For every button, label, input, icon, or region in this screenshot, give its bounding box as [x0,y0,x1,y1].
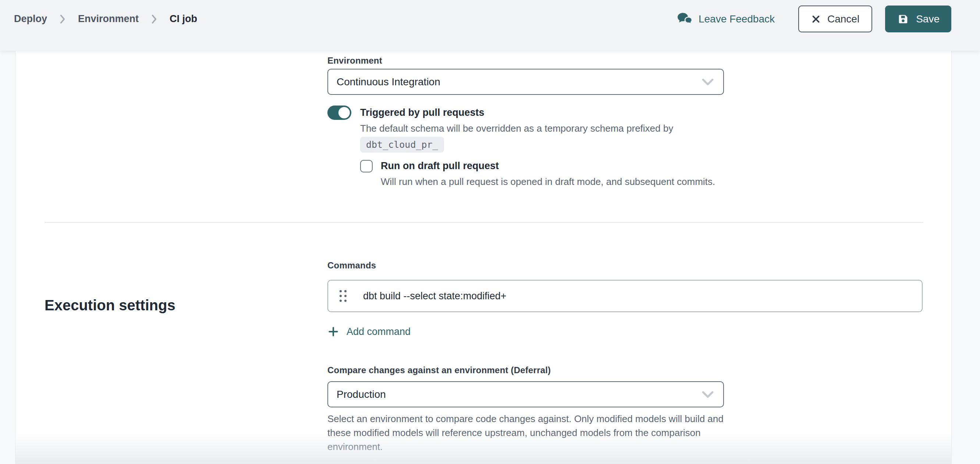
cancel-label: Cancel [827,13,859,25]
section-divider [45,222,923,223]
deferral-description: Select an environment to compare code ch… [328,412,727,454]
add-command-label: Add command [347,326,410,337]
command-row: dbt build --select state:modified+ [328,280,923,312]
draft-pr-row: Run on draft pull request Will run when … [360,160,923,189]
add-command-button[interactable]: Add command [328,326,410,337]
breadcrumb: Deploy Environment CI job [14,13,197,25]
chevron-right-icon [60,14,65,24]
breadcrumb-ci-job: CI job [170,13,197,25]
chevron-down-icon [702,391,714,398]
draft-pr-description: Will run when a pull request is opened i… [381,175,715,189]
execution-form: Commands dbt build --select state:modifi… [328,260,923,454]
floppy-disk-icon [897,13,909,25]
draft-pr-texts: Run on draft pull request Will run when … [381,160,715,189]
cancel-button[interactable]: Cancel [798,6,872,32]
deferral-select-value: Production [337,389,386,400]
top-bar: Deploy Environment CI job Leave Feedback… [0,0,980,51]
toggle-knob [339,107,350,118]
command-input[interactable]: dbt build --select state:modified+ [363,291,922,302]
environment-section: Environment Continuous Integration Trigg… [328,55,923,189]
deferral-select[interactable]: Production [328,381,724,407]
schema-prefix-code: dbt_cloud_pr_ [360,137,444,153]
header-actions: Leave Feedback Cancel Save [677,6,951,32]
close-icon [811,14,821,24]
environment-label: Environment [328,55,923,66]
chevron-right-icon [151,14,157,24]
execution-settings-section: Execution settings Commands dbt build --… [16,260,951,454]
leave-feedback-button[interactable]: Leave Feedback [677,13,775,26]
pr-trigger-texts: Triggered by pull requests The default s… [360,106,673,153]
pr-trigger-description: The default schema will be overridden as… [360,122,673,135]
leave-feedback-label: Leave Feedback [698,13,775,25]
pr-trigger-toggle[interactable] [328,105,351,120]
commands-label: Commands [328,260,923,271]
breadcrumb-deploy[interactable]: Deploy [14,13,47,25]
plus-icon [328,326,339,337]
deferral-label: Compare changes against an environment (… [328,365,923,376]
settings-panel: Environment Continuous Integration Trigg… [15,51,952,464]
breadcrumb-environment[interactable]: Environment [78,13,139,25]
execution-settings-heading: Execution settings [45,297,175,314]
environment-select-value: Continuous Integration [337,76,440,88]
pr-trigger-title: Triggered by pull requests [360,106,673,119]
environment-select[interactable]: Continuous Integration [328,69,724,95]
pr-trigger-row: Triggered by pull requests The default s… [328,106,923,153]
save-label: Save [916,13,940,25]
draft-pr-title: Run on draft pull request [381,160,715,172]
chat-bubbles-icon [677,13,693,26]
save-button[interactable]: Save [885,6,951,32]
draft-pr-checkbox[interactable] [360,160,373,172]
drag-handle-icon[interactable] [340,290,347,302]
chevron-down-icon [702,78,714,86]
